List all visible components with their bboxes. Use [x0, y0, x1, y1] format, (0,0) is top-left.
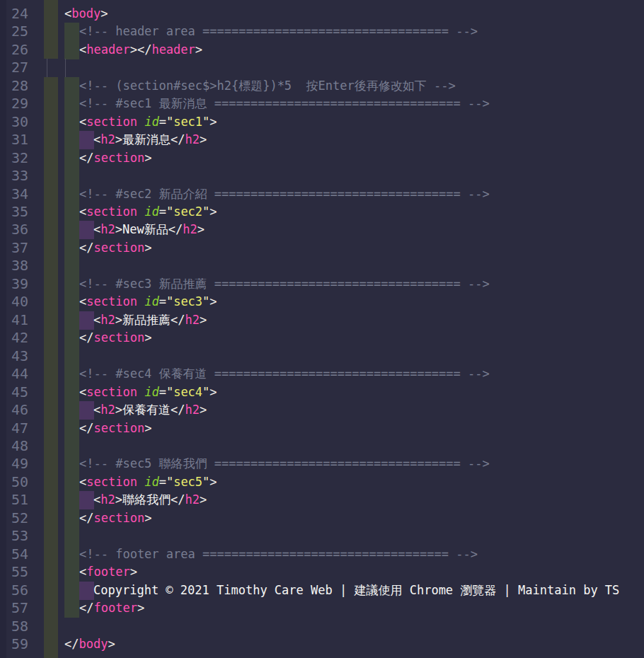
code-token-str: sec5 [173, 475, 202, 489]
code-token-tag: h2 [100, 403, 115, 417]
code-line[interactable]: 35<section id="sec2"> [0, 203, 644, 221]
code-token-tag: body [79, 637, 108, 651]
code-line[interactable]: 27 [0, 59, 644, 77]
code-token-qu: " [166, 475, 173, 489]
indent-block-level-1 [64, 239, 79, 258]
code-line[interactable]: 24<body> [0, 5, 644, 23]
indent-block-level-1 [64, 420, 79, 438]
code-token-p: < [79, 42, 86, 57]
code-text: <h2>保養有道</h2> [93, 401, 207, 420]
code-line[interactable]: 29<!-- #sec1 最新消息 ======================… [0, 95, 644, 113]
code-line[interactable]: 41<h2>新品推薦</h2> [0, 311, 644, 330]
line-number: 42 [0, 329, 28, 347]
code-line[interactable]: 43 [0, 347, 644, 366]
code-line[interactable]: 49<!-- #sec5 聯絡我們 ======================… [0, 455, 644, 473]
code-line[interactable]: 46<h2>保養有道</h2> [0, 401, 644, 420]
line-number: 57 [0, 599, 28, 618]
code-line[interactable]: 26<header></header> [0, 41, 644, 59]
indent-block-level-1 [64, 185, 79, 204]
code-token-tx: New新品 [122, 222, 168, 236]
code-line[interactable]: 59</body> [0, 635, 644, 654]
code-editor[interactable]: 24<body>25<!-- header area =============… [0, 0, 644, 658]
code-line[interactable]: 33 [0, 167, 644, 185]
code-line[interactable]: 34<!-- #sec2 新品介紹 ======================… [0, 185, 644, 204]
indent-block-level-1 [64, 221, 79, 239]
line-number: 41 [0, 311, 28, 330]
code-text: <body> [64, 5, 108, 23]
code-token-str: sec3 [173, 294, 202, 308]
code-token-p [137, 115, 144, 129]
code-token-p: </ [171, 492, 185, 507]
code-line[interactable]: 54<!-- footer area =====================… [0, 546, 644, 564]
code-line[interactable]: 53 [0, 527, 644, 546]
indent-block-level-1 [64, 131, 79, 149]
code-token-p: </ [171, 132, 185, 146]
code-token-p: </ [79, 511, 93, 525]
code-line[interactable]: 50<section id="sec5"> [0, 473, 644, 492]
line-number: 28 [0, 77, 28, 96]
code-text: </section> [79, 329, 151, 347]
code-token-p: < [79, 565, 86, 579]
code-line[interactable]: 25<!-- header area =====================… [0, 23, 644, 41]
code-line[interactable]: 58 [0, 618, 644, 636]
code-line[interactable]: 45<section id="sec4"> [0, 383, 644, 402]
code-line[interactable]: 56Copyright © 2021 Timothy Care Web | 建議… [0, 582, 644, 600]
code-line[interactable]: 39<!-- #sec3 新品推薦 ======================… [0, 275, 644, 294]
indent-block-level-1 [64, 455, 79, 473]
code-token-p: > [115, 492, 122, 507]
indent-block-level-1 [64, 491, 79, 509]
indent-block-level-1 [64, 563, 79, 582]
code-line[interactable]: 44<!-- #sec4 保養有道 ======================… [0, 365, 644, 383]
code-token-p [137, 294, 144, 308]
code-line[interactable]: 38 [0, 257, 644, 275]
code-token-attr: id [144, 475, 159, 489]
code-token-p: < [79, 115, 86, 129]
code-token-p: ></ [130, 42, 152, 57]
code-token-attr: id [144, 294, 159, 308]
code-line[interactable]: 57</footer> [0, 599, 644, 618]
code-line[interactable]: 55<footer> [0, 563, 644, 582]
code-token-c: <!-- header area =======================… [79, 24, 478, 38]
code-line[interactable]: 28<!-- (section#sec$>h2{標題})*5 按Enter後再修… [0, 77, 644, 96]
code-token-tag: h2 [100, 132, 115, 146]
code-line[interactable]: 40<section id="sec3"> [0, 293, 644, 311]
line-number: 26 [0, 41, 28, 59]
code-token-tag: section [93, 151, 144, 165]
code-token-tag: footer [86, 565, 130, 579]
code-text: <section id="sec3"> [79, 293, 217, 311]
code-line[interactable]: 32</section> [0, 149, 644, 168]
code-token-p: < [64, 6, 71, 21]
code-line[interactable]: 47</section> [0, 420, 644, 438]
code-token-qu: " [166, 204, 173, 219]
code-token-p: > [195, 42, 202, 57]
code-token-tx: 最新消息 [122, 132, 171, 146]
code-token-qu: " [166, 294, 173, 308]
code-token-qu: " [166, 115, 173, 129]
code-token-attr: id [144, 204, 159, 219]
line-number: 44 [0, 365, 28, 383]
code-line[interactable]: 36<h2>New新品</h2> [0, 221, 644, 239]
code-token-p: </ [79, 421, 93, 435]
code-line[interactable]: 51<h2>聯絡我們</h2> [0, 491, 644, 509]
line-number: 35 [0, 203, 28, 221]
code-line[interactable]: 48 [0, 437, 644, 456]
code-line[interactable]: 52</section> [0, 509, 644, 528]
code-token-p: </ [79, 241, 93, 255]
indent-block-level-1 [64, 167, 79, 185]
code-text: <h2>New新品</h2> [93, 221, 205, 239]
code-token-tag: section [93, 421, 144, 435]
code-token-p: > [144, 241, 151, 255]
code-line[interactable]: 30<section id="sec1"> [0, 113, 644, 132]
code-text: <section id="sec4"> [79, 383, 217, 402]
line-number: 38 [0, 257, 28, 275]
code-line[interactable]: 42</section> [0, 329, 644, 347]
code-token-tx: Copyright © 2021 Timothy Care Web | 建議使用… [93, 583, 619, 597]
code-token-tag: body [71, 6, 100, 21]
code-line[interactable]: 37</section> [0, 239, 644, 258]
code-line[interactable]: 31<h2>最新消息</h2> [0, 131, 644, 149]
code-token-p: = [159, 385, 166, 399]
code-token-attr: id [144, 385, 159, 399]
code-token-c: <!-- #sec5 聯絡我們 ========================… [79, 456, 490, 471]
code-token-tag: section [86, 385, 137, 399]
line-number: 48 [0, 437, 28, 456]
